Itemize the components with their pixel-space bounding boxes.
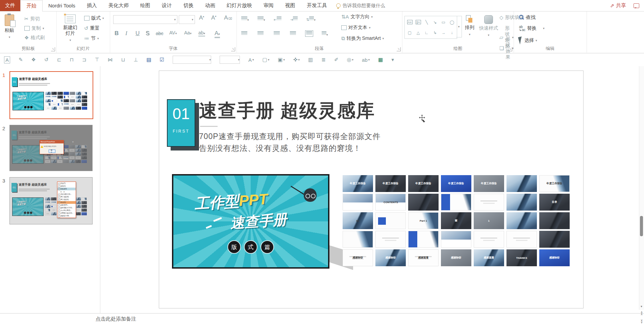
more-options-icon[interactable]: ▾	[391, 57, 394, 63]
strikethrough-button[interactable]: abc	[156, 31, 164, 36]
align-right-objects-icon[interactable]: ⊐	[82, 57, 86, 63]
convert-smartart-button[interactable]: ⧉ 转换为 SmartArt▾	[341, 35, 384, 42]
slide-thumbnail-3[interactable]: 01速查手册 超级灵感库工作型PPT 速查手册剪切(T)复制(C)粘贴选项:另存…	[9, 177, 93, 224]
check-slide-icon[interactable]: ☑	[160, 57, 164, 63]
slide-thumbnail-2[interactable]: 01速查手册 超级灵感库工作型PPT 速查手册Microsoft PowerPo…	[9, 125, 93, 171]
tab-切换[interactable]: 切换	[178, 0, 199, 11]
chapter-badge[interactable]: 01 FIRST	[167, 99, 195, 147]
tab-视图[interactable]: 视图	[279, 0, 301, 11]
cover-poster-image[interactable]: 工作型PPT 速查手册 版 式 篇	[172, 174, 329, 269]
shape-elbow-icon[interactable]: ∟	[423, 30, 430, 35]
replace-button[interactable]: ab↳ac 替换▾	[519, 25, 544, 31]
select-button[interactable]: 选择▾	[519, 37, 537, 44]
arrange-button[interactable]: 排列 ▾	[465, 15, 474, 37]
bold-button[interactable]: B	[115, 30, 119, 37]
next-slide-button[interactable]: ∨∨	[640, 319, 644, 323]
distribute-horizontal-icon[interactable]: ⋈	[108, 57, 113, 63]
scrollbar-thumb[interactable]	[640, 216, 643, 236]
tab-审阅[interactable]: 审阅	[258, 0, 279, 11]
char-spacing-button[interactable]: AV▾	[169, 30, 177, 35]
shape-elbow-arrow-icon[interactable]: ↳	[432, 30, 438, 35]
comments-icon[interactable]	[634, 3, 639, 8]
quick-styles-button[interactable]: 快速样式 ▾	[479, 15, 498, 38]
paste-dropdown[interactable]: ▾	[9, 34, 10, 40]
tab-幻灯片放映[interactable]: 幻灯片放映	[221, 0, 258, 11]
align-right-button[interactable]	[274, 31, 280, 36]
columns-button[interactable]	[306, 31, 312, 36]
align-top-objects-icon[interactable]: ⊤	[95, 57, 99, 63]
shape-line-icon[interactable]: ╲	[423, 19, 430, 25]
template-thumbnails-grid[interactable]: 年度工作报告年度工作报告年度工作报告年度工作报告年度工作报告年度工作报告CONT…	[343, 175, 570, 266]
underline-button[interactable]: U	[135, 30, 140, 37]
increase-indent-button[interactable]: ⇥	[290, 17, 298, 22]
shape-rounded-rect-icon[interactable]: ▢	[406, 30, 413, 35]
slide-subtitle-line1[interactable]: 700P速查手册现查现用，购买即可获得全部源文件	[199, 131, 381, 142]
previous-slide-button[interactable]: ∧∧	[640, 311, 644, 315]
find-button[interactable]: 查找	[519, 15, 536, 21]
tab-file[interactable]: 文件	[0, 0, 20, 11]
notes-placeholder[interactable]: 点击此处添加备注	[96, 316, 136, 322]
tab-Nordri Tools[interactable]: Nordri Tools	[43, 0, 81, 11]
text-shadow-button[interactable]: S	[146, 30, 149, 37]
merge-shapes-icon[interactable]: ◎▾	[347, 57, 353, 63]
slide-canvas[interactable]: 01 FIRST 速查手册 超级灵感库 700P速查手册现查现用，购买即可获得全…	[159, 71, 584, 308]
tab-设计[interactable]: 设计	[156, 0, 178, 11]
italic-button[interactable]: I	[125, 30, 127, 37]
scroll-down-button[interactable]: ▼	[640, 305, 643, 308]
chart-align-icon[interactable]: ≣	[321, 57, 326, 63]
selection-pane-icon[interactable]: ▤	[146, 57, 151, 63]
undo-icon[interactable]: ↺	[44, 57, 49, 63]
font-name-combo[interactable]: ▾	[113, 15, 177, 24]
align-text-button[interactable]: 对齐文本▾	[341, 25, 371, 31]
align-center-button[interactable]	[257, 31, 264, 36]
columns-options-button[interactable]: ▾	[322, 31, 328, 37]
align-left-button[interactable]	[241, 31, 247, 36]
tab-绘图[interactable]: 绘图	[134, 0, 156, 11]
click-action-icon[interactable]: ✜▾	[293, 57, 300, 63]
font-size-combo[interactable]: ▾	[220, 56, 240, 64]
clipboard-dialog-launcher[interactable]: ↘	[51, 47, 55, 51]
change-case-button[interactable]: Aa▾	[184, 30, 192, 35]
slide-subtitle-line2[interactable]: 告别没有想法、没有灵感、没有思路的窘境！	[199, 143, 361, 154]
justify-button[interactable]	[290, 31, 296, 36]
panel-divider[interactable]	[100, 66, 100, 313]
tab-开始[interactable]: 开始	[20, 0, 43, 11]
shapes-gallery-more[interactable]: ▾	[456, 16, 462, 37]
export-picture-icon[interactable]: ▦	[378, 57, 383, 63]
insert-text-box-icon[interactable]: A	[4, 56, 10, 63]
tab-动画[interactable]: 动画	[199, 0, 221, 11]
decrease-indent-button[interactable]: ⇤	[274, 17, 281, 22]
line-spacing-button[interactable]: ⇅▾	[306, 17, 316, 22]
eyedropper-icon[interactable]: ✐	[334, 57, 339, 63]
font-color-button[interactable]: A▾	[215, 30, 220, 38]
tab-开发工具[interactable]: 开发工具	[301, 0, 333, 11]
shapes-gallery[interactable]: A≡ ∥A ╲ ↘ ▭ ◯ ▢ △ ∟ ↳ → ↓	[404, 16, 457, 39]
ink-pen-icon[interactable]: ✎	[19, 57, 23, 63]
clear-format-button[interactable]: A⌫	[224, 15, 232, 21]
tell-me-box[interactable]: 告诉我你想要做什么	[336, 0, 385, 11]
shape-vertical-textbox-icon[interactable]: ∥A	[416, 20, 421, 24]
shape-oval-icon[interactable]: ◯	[449, 19, 455, 25]
font-dialog-launcher[interactable]: ↘	[231, 47, 235, 51]
share-button[interactable]: ⇗ 共享	[610, 2, 626, 9]
format-painter-icon[interactable]: ❖	[31, 57, 36, 63]
increase-font-button[interactable]: A▴	[199, 15, 204, 21]
bullets-button[interactable]: ▾	[241, 17, 249, 22]
highlighter-icon[interactable]: ab▾	[362, 57, 370, 63]
vertical-scrollbar[interactable]	[639, 55, 644, 310]
font-color-icon[interactable]: A▾	[248, 57, 254, 63]
align-left-objects-icon[interactable]: ⊏	[57, 57, 61, 63]
shape-right-arrow-icon[interactable]: →	[440, 30, 447, 35]
highlight-color-button[interactable]: ab▾	[198, 30, 205, 37]
distribute-vertical-icon[interactable]: ⊔	[121, 57, 125, 63]
align-center-objects-icon[interactable]: ⊓	[70, 57, 74, 63]
reset-button[interactable]: ↺ 重置	[84, 25, 100, 31]
shape-triangle-icon[interactable]: △	[415, 30, 421, 35]
numbering-button[interactable]: ▾	[257, 17, 265, 22]
paragraph-dialog-launcher[interactable]: ↘	[397, 47, 401, 51]
align-bottom-objects-icon[interactable]: ⊥	[133, 57, 138, 63]
section-button[interactable]: ≔ 节▾	[84, 35, 99, 42]
selection-marquee-icon[interactable]: ▢▾	[263, 57, 270, 63]
copy-button[interactable]: 复制 ▾	[24, 25, 44, 31]
decrease-font-button[interactable]: A▾	[211, 15, 216, 21]
